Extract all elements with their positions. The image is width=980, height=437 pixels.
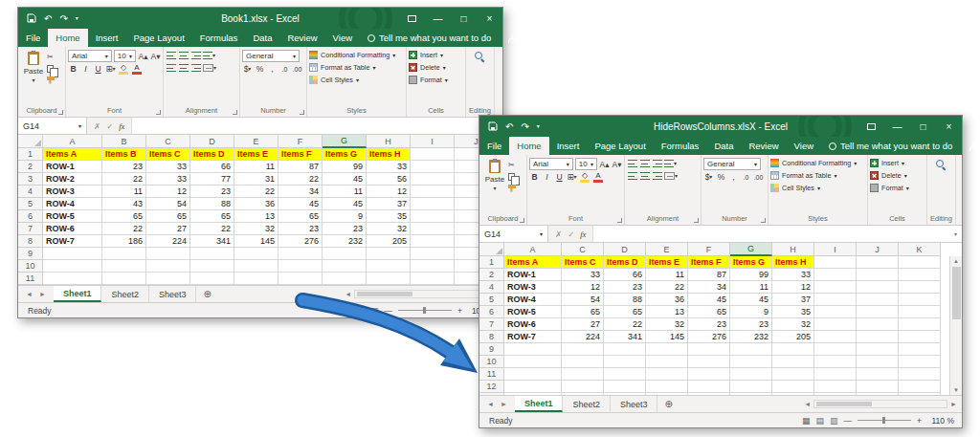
- cell-F11[interactable]: [278, 273, 323, 285]
- cell-D7[interactable]: 22: [190, 223, 234, 235]
- format-as-table-button[interactable]: Format as Table: [309, 61, 404, 74]
- cell-B2[interactable]: 23: [102, 161, 146, 173]
- alignment-dialog-launcher-icon[interactable]: [233, 110, 237, 115]
- cell-G3[interactable]: 45: [323, 173, 367, 186]
- zoom-out-icon[interactable]: —: [385, 306, 393, 316]
- cell-H1[interactable]: Items H: [772, 256, 814, 269]
- column-header-H[interactable]: H: [367, 135, 411, 148]
- cell-E5[interactable]: 36: [234, 198, 278, 210]
- paste-button[interactable]: Paste: [481, 157, 508, 193]
- column-header-B[interactable]: B: [102, 135, 146, 148]
- cell-E8[interactable]: 145: [234, 235, 278, 248]
- increase-decimal-button[interactable]: .0: [279, 63, 290, 75]
- cell-D8[interactable]: 341: [190, 235, 234, 248]
- hscroll-track[interactable]: [813, 400, 947, 408]
- cell-A5[interactable]: ROW-4: [43, 198, 102, 210]
- font-size-combo[interactable]: 10: [575, 158, 597, 170]
- select-all-corner[interactable]: [18, 135, 43, 148]
- page-layout-view-icon[interactable]: ▤: [816, 416, 825, 426]
- new-sheet-button[interactable]: ⊕: [657, 396, 679, 412]
- zoom-in-icon[interactable]: +: [457, 306, 462, 316]
- zoom-slider-thumb[interactable]: [423, 307, 426, 314]
- cell-H1[interactable]: Items H: [367, 148, 411, 161]
- cell-styles-button[interactable]: Cell Styles: [309, 74, 404, 86]
- row-number-7[interactable]: 7: [479, 318, 504, 331]
- tab-review[interactable]: Review: [741, 137, 786, 155]
- column-header-F[interactable]: F: [278, 135, 323, 148]
- cell-D11[interactable]: [190, 273, 234, 285]
- cell-G4[interactable]: 11: [730, 281, 772, 294]
- row-number-12[interactable]: 12: [479, 381, 504, 393]
- cell-E10[interactable]: [234, 260, 278, 273]
- italic-button[interactable]: I: [542, 171, 552, 183]
- number-format-combo[interactable]: General: [242, 50, 300, 62]
- zoom-in-icon[interactable]: +: [917, 416, 922, 426]
- align-bottom-button[interactable]: [652, 158, 662, 169]
- cell-I4[interactable]: [411, 186, 455, 198]
- sheet-nav-prev-icon[interactable]: ◄: [487, 401, 494, 407]
- column-header-C[interactable]: C: [562, 243, 604, 256]
- cell-H8[interactable]: 205: [367, 235, 411, 248]
- clipboard-dialog-launcher-icon[interactable]: [58, 110, 63, 115]
- cell-D11[interactable]: [604, 368, 646, 381]
- column-header-E[interactable]: E: [234, 135, 278, 148]
- cell-I1[interactable]: [411, 148, 455, 161]
- cell-J9[interactable]: [857, 343, 899, 356]
- page-layout-view-icon[interactable]: ▤: [357, 306, 366, 316]
- cell-D3[interactable]: 77: [190, 173, 234, 186]
- column-header-G[interactable]: G: [730, 243, 772, 256]
- font-name-combo[interactable]: Arial: [68, 50, 112, 62]
- tab-home[interactable]: Home: [48, 29, 87, 47]
- cell-K4[interactable]: [899, 281, 941, 294]
- cell-C4[interactable]: 12: [146, 186, 190, 198]
- cell-F2[interactable]: 87: [688, 269, 730, 281]
- tab-formulas[interactable]: Formulas: [192, 29, 246, 47]
- name-box[interactable]: G14: [479, 226, 548, 242]
- cell-A1[interactable]: Items A: [504, 256, 562, 269]
- cell-D4[interactable]: 23: [604, 281, 646, 294]
- insert-function-icon[interactable]: fx: [119, 121, 124, 131]
- column-header-G[interactable]: G: [323, 135, 367, 148]
- cell-F10[interactable]: [688, 356, 730, 368]
- cell-K10[interactable]: [899, 356, 941, 368]
- cell-G8[interactable]: 232: [323, 235, 367, 248]
- cell-H5[interactable]: 37: [367, 198, 411, 210]
- orientation-button[interactable]: [664, 158, 677, 169]
- cell-D2[interactable]: 66: [190, 161, 234, 173]
- clipboard-dialog-launcher-icon[interactable]: [520, 218, 524, 223]
- cell-D2[interactable]: 66: [604, 269, 646, 281]
- cell-E2[interactable]: 11: [646, 269, 688, 281]
- cell-A9[interactable]: [43, 248, 102, 260]
- cell-H9[interactable]: [367, 248, 411, 260]
- cell-E5[interactable]: 36: [646, 294, 688, 306]
- share-button[interactable]: Share: [499, 29, 555, 47]
- align-middle-button[interactable]: [639, 158, 650, 169]
- cell-I7[interactable]: [814, 318, 857, 331]
- hscroll-thumb[interactable]: [357, 292, 412, 296]
- cell-I8[interactable]: [411, 235, 455, 248]
- column-header-I[interactable]: I: [411, 135, 455, 148]
- cell-H6[interactable]: 35: [772, 306, 814, 318]
- cell-K6[interactable]: [899, 306, 941, 318]
- find-select-icon[interactable]: [936, 160, 947, 170]
- font-size-combo[interactable]: 10: [114, 50, 136, 62]
- align-left-button[interactable]: [166, 62, 176, 74]
- cell-F7[interactable]: 23: [688, 318, 730, 331]
- cell-A5[interactable]: ROW-4: [504, 294, 562, 306]
- cell-C11[interactable]: [562, 368, 604, 381]
- cell-A4[interactable]: ROW-3: [43, 186, 102, 198]
- borders-button[interactable]: ⊞: [567, 171, 577, 183]
- number-dialog-launcher-icon[interactable]: [761, 218, 766, 223]
- fill-color-button[interactable]: ◇: [579, 171, 590, 183]
- cell-G11[interactable]: [730, 368, 772, 381]
- tab-review[interactable]: Review: [279, 29, 324, 47]
- shrink-font-button[interactable]: A▾: [150, 51, 161, 62]
- cell-G5[interactable]: 45: [323, 198, 367, 210]
- align-top-button[interactable]: [166, 50, 176, 61]
- column-header-A[interactable]: A: [43, 135, 102, 148]
- cell-A4[interactable]: ROW-3: [504, 281, 562, 294]
- copy-button[interactable]: [508, 171, 519, 182]
- row-number-13[interactable]: 13: [479, 393, 504, 395]
- align-top-button[interactable]: [627, 158, 637, 169]
- minimize-button[interactable]: —: [425, 8, 451, 29]
